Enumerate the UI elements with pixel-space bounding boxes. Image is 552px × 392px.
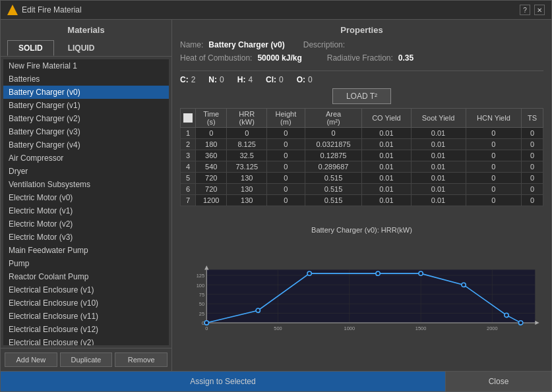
duplicate-button[interactable]: Duplicate	[60, 352, 113, 367]
table-cell[interactable]: 720	[196, 184, 227, 195]
remove-button[interactable]: Remove	[115, 352, 168, 367]
table-cell[interactable]: 0	[466, 161, 522, 173]
table-cell[interactable]: 720	[196, 173, 227, 184]
material-item[interactable]: Electrical Enclosure (v1)	[3, 283, 169, 296]
tab-liquid[interactable]: LIQUID	[57, 40, 106, 56]
material-item[interactable]: Main Feedwater Pump	[3, 244, 169, 257]
table-cell[interactable]: 0	[522, 150, 543, 161]
table-cell[interactable]: 0.01	[411, 195, 466, 206]
table-cell[interactable]: 1200	[196, 195, 227, 206]
table-cell[interactable]: 0	[522, 173, 543, 184]
close-button[interactable]: Close	[446, 372, 551, 391]
table-cell[interactable]: 0.01	[411, 173, 466, 184]
help-button[interactable]: ?	[520, 5, 530, 15]
table-row[interactable]: 572013000.5150.010.0100	[181, 173, 543, 184]
table-cell[interactable]: 540	[196, 161, 227, 173]
material-item[interactable]: Battery Charger (v4)	[3, 138, 169, 152]
material-item[interactable]: Pump	[3, 257, 169, 270]
table-cell[interactable]: 0	[522, 161, 543, 173]
table-cell[interactable]: 0	[196, 128, 227, 139]
table-cell[interactable]: 0.515	[305, 173, 361, 184]
table-cell[interactable]: 32.5	[227, 150, 266, 161]
table-row[interactable]: 21808.12500.03218750.010.0100	[181, 139, 543, 150]
table-cell[interactable]: 130	[227, 184, 266, 195]
title-bar-left: Edit Fire Material	[7, 5, 82, 15]
material-item[interactable]: Electrical Enclosure (v10)	[3, 296, 169, 310]
material-item[interactable]: Electric Motor (v2)	[3, 217, 169, 231]
table-cell[interactable]: 0	[266, 184, 305, 195]
material-item[interactable]: Dryer	[3, 165, 169, 178]
table-cell[interactable]: 0.01	[362, 128, 411, 139]
table-cell[interactable]: 0	[522, 128, 543, 139]
table-scroll[interactable]: Time(s)HRR(kW)Height(m)Area(m²)CO YieldS…	[180, 108, 543, 206]
material-item[interactable]: Batteries	[3, 72, 169, 86]
table-cell[interactable]: 0.01	[362, 139, 411, 150]
table-cell[interactable]: 0.515	[305, 195, 361, 206]
table-cell[interactable]: 0	[266, 128, 305, 139]
material-item[interactable]: Battery Charger (v0)	[3, 86, 169, 99]
table-cell[interactable]: 0	[266, 195, 305, 206]
table-cell[interactable]: 0.515	[305, 184, 361, 195]
table-cell[interactable]: 0	[305, 128, 361, 139]
material-item[interactable]: Electric Motor (v3)	[3, 231, 169, 244]
table-cell[interactable]: 0	[466, 173, 522, 184]
load-t2-button[interactable]: LOAD T²	[332, 88, 391, 104]
table-cell[interactable]: 0	[466, 128, 522, 139]
material-item[interactable]: New Fire Material 1	[3, 59, 169, 72]
table-cell[interactable]: 180	[196, 139, 227, 150]
table-cell[interactable]: 0	[466, 139, 522, 150]
table-row[interactable]: 7120013000.5150.010.0100	[181, 195, 543, 206]
table-cell[interactable]: 0.01	[362, 195, 411, 206]
material-item[interactable]: Battery Charger (v3)	[3, 125, 169, 138]
table-cell[interactable]: 0.289687	[305, 161, 361, 173]
table-cell[interactable]: 0.01	[362, 150, 411, 161]
table-cell[interactable]: 0	[522, 139, 543, 150]
table-cell[interactable]: 0.01	[362, 184, 411, 195]
table-cell[interactable]: 130	[227, 195, 266, 206]
material-item[interactable]: Air Compressor	[3, 152, 169, 165]
table-cell[interactable]: 0.0321875	[305, 139, 361, 150]
close-window-button[interactable]: ✕	[534, 5, 545, 15]
material-item[interactable]: Electric Motor (v1)	[3, 204, 169, 217]
material-item[interactable]: Battery Charger (v1)	[3, 99, 169, 112]
table-cell[interactable]: 0	[466, 150, 522, 161]
properties-title: Properties	[180, 25, 543, 35]
material-item[interactable]: Reactor Coolant Pump	[3, 270, 169, 283]
table-cell[interactable]: 73.125	[227, 161, 266, 173]
table-row[interactable]: 454073.12500.2896870.010.0100	[181, 161, 543, 173]
table-cell[interactable]: 0.01	[411, 139, 466, 150]
material-item[interactable]: Electrical Enclosure (v12)	[3, 323, 169, 336]
table-cell[interactable]: 0.01	[411, 184, 466, 195]
table-cell[interactable]: 130	[227, 173, 266, 184]
table-cell[interactable]: 0	[266, 161, 305, 173]
table-cell[interactable]: 0	[266, 139, 305, 150]
table-cell[interactable]: 8.125	[227, 139, 266, 150]
table-cell[interactable]: 0	[266, 150, 305, 161]
table-cell[interactable]: 0	[266, 173, 305, 184]
table-cell[interactable]: 0.01	[362, 161, 411, 173]
material-item[interactable]: Electric Motor (v0)	[3, 191, 169, 204]
table-cell[interactable]: 0.01	[411, 150, 466, 161]
table-row[interactable]: 336032.500.128750.010.0100	[181, 150, 543, 161]
table-row[interactable]: 672013000.5150.010.0100	[181, 184, 543, 195]
material-item[interactable]: Electrical Enclosure (v2)	[3, 336, 169, 345]
table-cell[interactable]: 360	[196, 150, 227, 161]
tab-solid[interactable]: SOLID	[7, 40, 54, 56]
table-cell[interactable]: 0	[227, 128, 266, 139]
table-row[interactable]: 100000.010.0100	[181, 128, 543, 139]
table-cell[interactable]: 0	[466, 184, 522, 195]
material-item[interactable]: Ventilation Subsystems	[3, 178, 169, 191]
table-cell[interactable]: 0	[466, 195, 522, 206]
assign-button[interactable]: Assign to Selected	[1, 372, 446, 391]
table-cell[interactable]: 0.12875	[305, 150, 361, 161]
table-cell[interactable]: 0.01	[362, 173, 411, 184]
add-new-button[interactable]: Add New	[5, 352, 57, 367]
table-cell[interactable]: 0.01	[411, 161, 466, 173]
table-cell[interactable]: 0	[522, 184, 543, 195]
svg-point-29	[307, 271, 311, 275]
table-cell[interactable]: 0	[522, 195, 543, 206]
material-item[interactable]: Electrical Enclosure (v11)	[3, 310, 169, 323]
material-item[interactable]: Battery Charger (v2)	[3, 112, 169, 125]
table-cell[interactable]: 0.01	[411, 128, 466, 139]
material-list[interactable]: New Fire Material 1BatteriesBattery Char…	[3, 59, 169, 345]
